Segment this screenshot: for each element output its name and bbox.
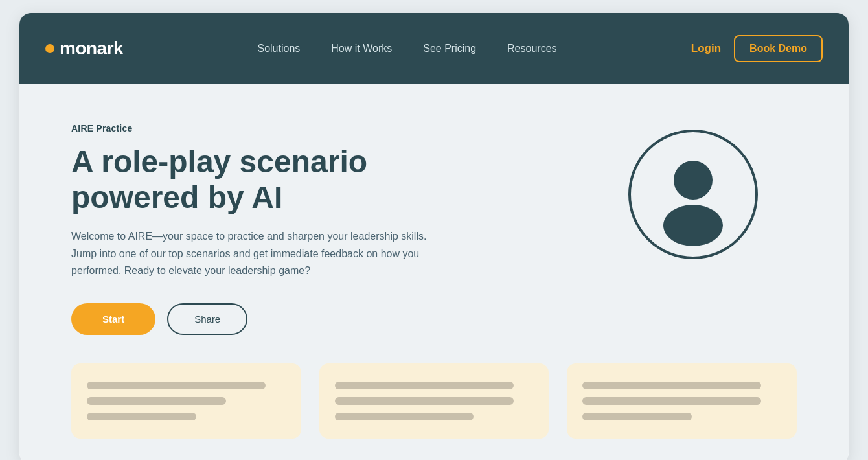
nav-item-resources[interactable]: Resources bbox=[507, 43, 556, 54]
card-2-line-3 bbox=[335, 413, 474, 420]
nav-item-see-pricing[interactable]: See Pricing bbox=[423, 43, 476, 54]
avatar-icon bbox=[641, 143, 745, 246]
card-3-line-3 bbox=[582, 413, 692, 420]
start-button[interactable]: Start bbox=[71, 303, 155, 335]
hero-description: Welcome to AIRE—your space to practice a… bbox=[71, 228, 447, 279]
nav-link-resources[interactable]: Resources bbox=[507, 43, 556, 54]
card-2-line-2 bbox=[335, 397, 514, 405]
card-1 bbox=[71, 363, 301, 439]
nav-link-solutions[interactable]: Solutions bbox=[257, 43, 300, 54]
share-button[interactable]: Share bbox=[167, 303, 247, 335]
card-2-line-1 bbox=[335, 382, 514, 389]
logo-dot-icon bbox=[45, 44, 54, 53]
cards-section bbox=[71, 363, 797, 439]
page-wrapper: monark Solutions How it Works See Pricin… bbox=[19, 13, 849, 460]
nav-item-how-it-works[interactable]: How it Works bbox=[331, 43, 392, 54]
navbar: monark Solutions How it Works See Pricin… bbox=[19, 13, 849, 84]
main-content: AIRE Practice A role-play scenario power… bbox=[19, 84, 849, 460]
card-3 bbox=[567, 363, 797, 439]
avatar bbox=[628, 130, 758, 259]
nav-link-see-pricing[interactable]: See Pricing bbox=[423, 43, 476, 54]
nav-links: Solutions How it Works See Pricing Resou… bbox=[257, 43, 556, 54]
card-3-line-2 bbox=[582, 397, 761, 405]
logo-area: monark bbox=[45, 38, 123, 59]
card-1-line-3 bbox=[87, 413, 196, 420]
nav-item-solutions[interactable]: Solutions bbox=[257, 43, 300, 54]
card-3-line-1 bbox=[582, 382, 761, 389]
hero-text: AIRE Practice A role-play scenario power… bbox=[71, 123, 473, 335]
card-1-line-2 bbox=[87, 397, 226, 405]
logo-text: monark bbox=[60, 38, 123, 59]
btn-group: Start Share bbox=[71, 303, 473, 335]
card-2 bbox=[319, 363, 549, 439]
card-1-line-1 bbox=[87, 382, 266, 389]
svg-point-1 bbox=[663, 205, 723, 246]
hero-section: AIRE Practice A role-play scenario power… bbox=[71, 123, 797, 335]
hero-title: A role-play scenario powered by AI bbox=[71, 144, 473, 215]
avatar-container bbox=[628, 130, 758, 259]
svg-point-0 bbox=[674, 161, 713, 200]
nav-actions: Login Book Demo bbox=[691, 35, 823, 62]
nav-link-how-it-works[interactable]: How it Works bbox=[331, 43, 392, 54]
section-label: AIRE Practice bbox=[71, 123, 473, 133]
login-button[interactable]: Login bbox=[691, 42, 721, 55]
book-demo-button[interactable]: Book Demo bbox=[734, 35, 823, 62]
